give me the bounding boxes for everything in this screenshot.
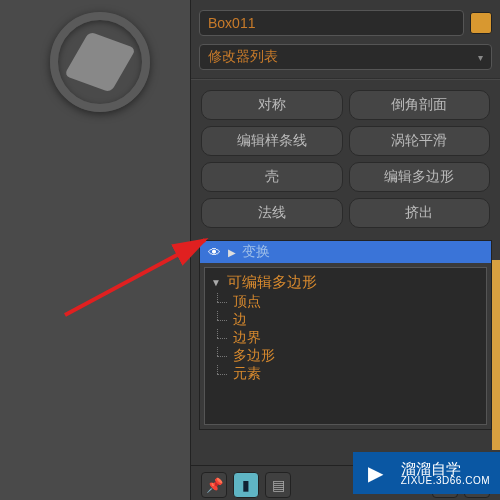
object-name-input[interactable] xyxy=(199,10,464,36)
watermark-url: ZIXUE.3D66.COM xyxy=(401,476,490,486)
collapse-icon[interactable]: ▼ xyxy=(211,277,221,288)
modifier-list-dropdown[interactable]: 修改器列表 ▾ xyxy=(199,44,492,70)
visibility-eye-icon[interactable]: 👁 xyxy=(206,244,222,260)
svg-line-0 xyxy=(65,240,205,315)
object-color-swatch[interactable] xyxy=(470,12,492,34)
modifier-btn-bevel-profile[interactable]: 倒角剖面 xyxy=(349,90,491,120)
subobj-vertex[interactable]: 顶点 xyxy=(209,293,482,311)
modifier-btn-edit-poly[interactable]: 编辑多边形 xyxy=(349,162,491,192)
subobj-polygon[interactable]: 多边形 xyxy=(209,347,482,365)
panel-scrollbar[interactable] xyxy=(492,260,500,450)
chevron-down-icon: ▾ xyxy=(478,52,483,63)
stack-selected-modifier[interactable]: 👁 ▶ 变换 xyxy=(200,241,491,263)
subobj-element[interactable]: 元素 xyxy=(209,365,482,383)
stack-tree: ▼ 可编辑多边形 顶点 边 边界 多边形 元素 xyxy=(204,267,487,425)
divider xyxy=(191,78,500,80)
base-object-label: 可编辑多边形 xyxy=(227,273,317,292)
watermark: ▶ 溜溜自学 ZIXUE.3D66.COM xyxy=(353,452,500,494)
modifier-btn-symmetry[interactable]: 对称 xyxy=(201,90,343,120)
modifier-list-label: 修改器列表 xyxy=(208,48,278,66)
modifier-btn-normal[interactable]: 法线 xyxy=(201,198,343,228)
pin-stack-icon[interactable]: 📌 xyxy=(201,472,227,498)
subobj-border[interactable]: 边界 xyxy=(209,329,482,347)
modifier-shortcut-grid: 对称 倒角剖面 编辑样条线 涡轮平滑 壳 编辑多边形 法线 挤出 xyxy=(191,84,500,234)
expand-icon[interactable]: ▶ xyxy=(228,247,236,258)
show-end-result-icon[interactable]: ▮ xyxy=(233,472,259,498)
subobj-edge[interactable]: 边 xyxy=(209,311,482,329)
modifier-btn-edit-spline[interactable]: 编辑样条线 xyxy=(201,126,343,156)
stack-base-row[interactable]: ▼ 可编辑多边形 xyxy=(209,272,482,293)
watermark-brand: 溜溜自学 xyxy=(401,461,490,476)
object-name-row xyxy=(191,6,500,40)
modify-panel: 修改器列表 ▾ 对称 倒角剖面 编辑样条线 涡轮平滑 壳 编辑多边形 法线 挤出… xyxy=(190,0,500,500)
view-cube[interactable] xyxy=(40,2,160,122)
modifier-btn-shell[interactable]: 壳 xyxy=(201,162,343,192)
selected-modifier-label: 变换 xyxy=(242,243,270,261)
modifier-btn-turbosmooth[interactable]: 涡轮平滑 xyxy=(349,126,491,156)
make-unique-icon[interactable]: ▤ xyxy=(265,472,291,498)
modifier-btn-extrude[interactable]: 挤出 xyxy=(349,198,491,228)
modifier-stack: 👁 ▶ 变换 ▼ 可编辑多边形 顶点 边 边界 多边形 元素 xyxy=(199,240,492,430)
watermark-logo-icon: ▶ xyxy=(359,456,393,490)
